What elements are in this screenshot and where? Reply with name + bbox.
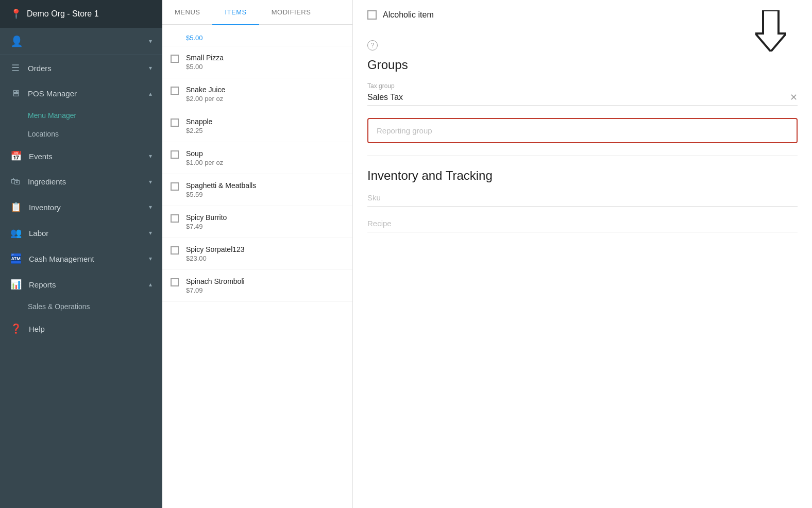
item-price: $7.09 <box>186 286 344 294</box>
sidebar-item-label: Reports <box>29 280 56 289</box>
sidebar-item-cash-management[interactable]: 🏧 Cash Management ▾ <box>0 246 162 272</box>
items-panel: MENUS ITEMS MODIFIERS $5.00 Small Pizza … <box>162 0 353 508</box>
help-icon: ❓ <box>10 323 22 334</box>
alcoholic-item-label: Alcoholic item <box>383 10 434 20</box>
section-divider <box>367 156 798 156</box>
items-list-top-price: $5.00 <box>186 34 203 42</box>
chevron-down-icon: ▾ <box>149 64 152 72</box>
recipe-placeholder: Recipe <box>367 219 392 228</box>
user-icon: 👤 <box>10 35 23 47</box>
chevron-down-icon: ▾ <box>149 229 152 236</box>
item-price: $5.59 <box>186 191 344 198</box>
tabs-header: MENUS ITEMS MODIFIERS <box>162 0 352 25</box>
chevron-down-icon: ▾ <box>149 153 152 160</box>
tab-menus[interactable]: MENUS <box>162 0 212 24</box>
list-item: Spinach Stromboli $7.09 <box>162 270 352 302</box>
sidebar-item-label: Labor <box>29 229 48 238</box>
sidebar-item-label: POS Manager <box>28 89 77 98</box>
reporting-group-field[interactable]: Reporting group <box>367 118 798 143</box>
ingredients-icon: 🛍 <box>10 176 21 187</box>
sidebar: 📍 Demo Org - Store 1 👤 ▾ ☰ Orders ▾ 🖥 PO… <box>0 0 162 508</box>
sidebar-sub-item-menu-manager[interactable]: Menu Manager <box>0 106 162 125</box>
inventory-icon: 📋 <box>10 201 22 213</box>
alcoholic-item-row: Alcoholic item <box>367 10 798 28</box>
cash-icon: 🏧 <box>10 253 22 264</box>
item-name: Spinach Stromboli <box>186 277 344 285</box>
item-name: Snapple <box>186 117 344 126</box>
sidebar-item-labor[interactable]: 👥 Labor ▾ <box>0 220 162 246</box>
recipe-field[interactable]: Recipe <box>367 219 798 232</box>
item-price: $7.49 <box>186 223 344 230</box>
sidebar-item-inventory[interactable]: 📋 Inventory ▾ <box>0 194 162 220</box>
item-price: $23.00 <box>186 255 344 262</box>
list-item: Small Pizza $5.00 <box>162 46 352 78</box>
item-checkbox-4[interactable] <box>171 150 179 159</box>
sidebar-user-row[interactable]: 👤 ▾ <box>0 28 162 55</box>
item-checkbox-7[interactable] <box>171 246 179 255</box>
pos-icon: 🖥 <box>10 88 21 99</box>
list-item: Spicy Sorpatel123 $23.00 <box>162 238 352 270</box>
item-name: Small Pizza <box>186 54 344 62</box>
tax-group-clear-button[interactable]: ✕ <box>790 92 798 103</box>
item-price: $1.00 per oz <box>186 159 344 166</box>
item-checkbox-1[interactable] <box>171 55 179 63</box>
chevron-down-icon: ▾ <box>149 38 152 45</box>
item-checkbox-5[interactable] <box>171 182 179 191</box>
item-checkbox-8[interactable] <box>171 278 179 286</box>
sidebar-item-pos-manager[interactable]: 🖥 POS Manager ▴ <box>0 81 162 106</box>
alcoholic-item-checkbox[interactable] <box>367 10 377 20</box>
item-name: Spicy Sorpatel123 <box>186 245 344 253</box>
sidebar-item-label: Ingredients <box>28 177 66 186</box>
item-name: Spaghetti & Meatballs <box>186 181 344 190</box>
sidebar-item-label: Inventory <box>29 203 61 212</box>
list-item: Snapple $2.25 <box>162 110 352 142</box>
sidebar-item-reports[interactable]: 📊 Reports ▴ <box>0 272 162 297</box>
item-price: $2.25 <box>186 127 344 134</box>
help-circle-icon[interactable]: ? <box>367 40 378 50</box>
chevron-up-icon: ▴ <box>149 281 152 288</box>
item-name: Spicy Burrito <box>186 213 344 222</box>
tab-items[interactable]: ITEMS <box>212 0 259 24</box>
sidebar-header: 📍 Demo Org - Store 1 <box>0 0 162 28</box>
chevron-up-icon: ▴ <box>149 90 152 97</box>
sidebar-sub-item-locations[interactable]: Locations <box>0 125 162 143</box>
chevron-down-icon: ▾ <box>149 255 152 262</box>
orders-icon: ☰ <box>10 62 21 74</box>
sku-field[interactable]: Sku <box>367 193 798 207</box>
chevron-down-icon: ▾ <box>149 204 152 211</box>
svg-marker-0 <box>755 10 786 52</box>
list-item: Soup $1.00 per oz <box>162 142 352 174</box>
arrow-down-icon <box>755 10 786 52</box>
inventory-tracking-title: Inventory and Tracking <box>367 168 798 183</box>
sidebar-item-label: Orders <box>28 64 52 73</box>
sidebar-item-label: Help <box>29 325 45 333</box>
main-content: MENUS ITEMS MODIFIERS $5.00 Small Pizza … <box>162 0 812 508</box>
tax-group-field: Tax group Sales Tax ✕ <box>367 82 798 106</box>
item-name: Snake Juice <box>186 86 344 94</box>
tab-modifiers[interactable]: MODIFIERS <box>259 0 324 24</box>
item-price: $2.00 per oz <box>186 95 344 103</box>
list-item: Spicy Burrito $7.49 <box>162 206 352 238</box>
list-item: Spaghetti & Meatballs $5.59 <box>162 174 352 206</box>
item-checkbox-6[interactable] <box>171 214 179 223</box>
sidebar-item-label: Cash Management <box>29 255 94 263</box>
tax-group-label: Tax group <box>367 82 798 90</box>
item-price: $5.00 <box>186 63 344 71</box>
sidebar-item-help[interactable]: ❓ Help <box>0 316 162 342</box>
groups-section-title: Groups <box>367 58 798 72</box>
item-name: Soup <box>186 149 344 158</box>
item-checkbox-2[interactable] <box>171 87 179 95</box>
right-panel: Alcoholic item ? Groups Tax group Sales … <box>353 0 812 508</box>
item-checkbox-3[interactable] <box>171 118 179 127</box>
sidebar-item-events[interactable]: 📅 Events ▾ <box>0 143 162 169</box>
events-icon: 📅 <box>10 150 22 162</box>
sidebar-item-orders[interactable]: ☰ Orders ▾ <box>0 55 162 81</box>
chevron-down-icon: ▾ <box>149 178 152 185</box>
sidebar-item-ingredients[interactable]: 🛍 Ingredients ▾ <box>0 169 162 194</box>
sidebar-item-label: Events <box>29 152 53 161</box>
org-name: Demo Org - Store 1 <box>27 9 99 19</box>
items-list: $5.00 Small Pizza $5.00 Snake Juice $2.0… <box>162 25 352 508</box>
location-pin-icon: 📍 <box>10 8 22 20</box>
labor-icon: 👥 <box>10 227 22 239</box>
sidebar-sub-item-sales-operations[interactable]: Sales & Operations <box>0 297 162 316</box>
